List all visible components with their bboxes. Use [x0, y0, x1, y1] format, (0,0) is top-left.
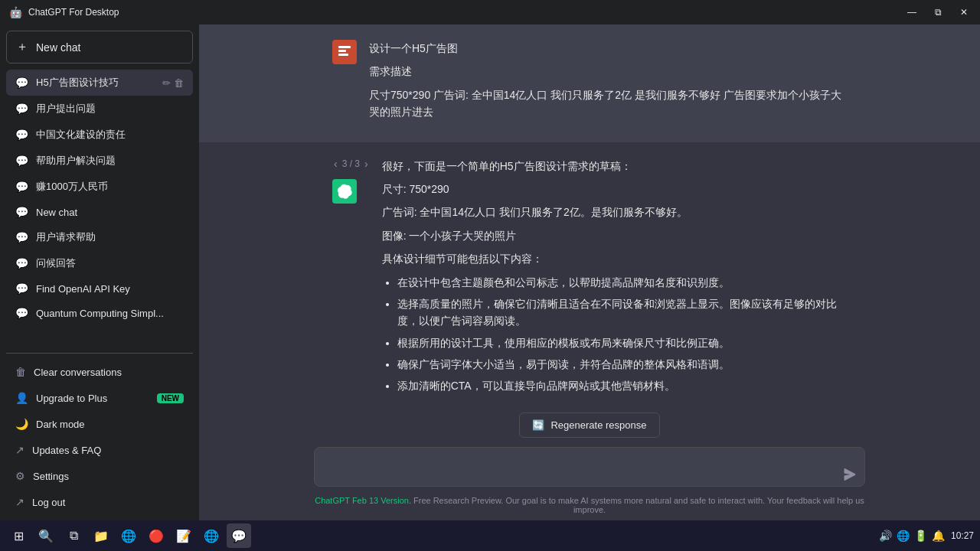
- send-icon: [844, 468, 856, 481]
- chat-icon: 💬: [15, 257, 28, 269]
- assistant-greeting: 很好，下面是一个简单的H5广告图设计需求的草稿：: [382, 158, 847, 174]
- close-button[interactable]: ✕: [957, 5, 971, 19]
- svg-rect-2: [338, 54, 348, 56]
- taskbar: ⊞ 🔍 ⧉ 📁 🌐 🔴 📝 🌐 💬 🔊 🌐 🔋 🔔 10:27: [0, 520, 980, 551]
- chat-icon: 💬: [15, 129, 28, 141]
- user-avatar: [332, 40, 357, 64]
- assistant-size: 尺寸: 750*290: [382, 181, 847, 197]
- sidebar-item-label: 用户提出问题: [36, 102, 184, 116]
- new-badge: NEW: [157, 393, 184, 403]
- new-chat-label: New chat: [36, 41, 80, 54]
- user-message-content: 设计一个H5广告图 需求描述 尺寸750*290 广告词: 全中国14亿人口 我…: [369, 40, 847, 127]
- footer-text: ChatGPT Feb 13 Version. Free Research Pr…: [314, 496, 865, 514]
- settings-label: Settings: [33, 471, 69, 482]
- chatgpt-version-link[interactable]: ChatGPT Feb 13 Version: [315, 496, 409, 505]
- chat-icon: 💬: [15, 231, 28, 243]
- search-button[interactable]: 🔍: [34, 523, 58, 548]
- plus-icon: ＋: [16, 39, 28, 55]
- delete-icon[interactable]: 🗑: [174, 77, 184, 89]
- minimize-button[interactable]: —: [904, 5, 920, 19]
- logout-button[interactable]: ↗ Log out: [6, 490, 193, 514]
- sidebar-item-openai-key[interactable]: 💬 Find OpenAI API Key: [6, 276, 193, 301]
- item-actions: ✏ 🗑: [162, 77, 184, 89]
- clear-conversations-button[interactable]: 🗑 Clear conversations: [6, 360, 193, 384]
- next-response-button[interactable]: ›: [363, 158, 370, 170]
- user-line-3: 尺寸750*290 广告词: 全中国14亿人口 我们只服务了2亿 是我们服务不够…: [369, 86, 847, 121]
- user-line-1: 设计一个H5广告图: [369, 40, 847, 57]
- sidebar-item-user-help[interactable]: 💬 用户请求帮助: [6, 224, 193, 250]
- bullet-2: 根据所用的设计工具，使用相应的模板或布局来确保尺寸和比例正确。: [397, 334, 847, 351]
- taskbar-tray: 🔊 🌐 🔋 🔔: [879, 530, 945, 542]
- user-line-2: 需求描述: [369, 63, 847, 80]
- edit-icon[interactable]: ✏: [162, 77, 171, 89]
- start-button[interactable]: ⊞: [6, 523, 31, 548]
- sidebar-item-quantum[interactable]: 💬 Quantum Computing Simpl...: [6, 301, 193, 325]
- maximize-button[interactable]: ⧉: [932, 5, 945, 19]
- sidebar-item-new-chat[interactable]: 💬 New chat: [6, 200, 193, 224]
- assistant-message: ‹ 3 / 3 › 很好，下面是一个简单的H5广告图设计需求的草稿： 尺寸: 7: [199, 142, 980, 400]
- sidebar-item-culture[interactable]: 💬 中国文化建设的责任: [6, 122, 193, 148]
- sidebar-item-help-users[interactable]: 💬 帮助用户解决问题: [6, 148, 193, 174]
- new-chat-button[interactable]: ＋ New chat: [6, 31, 193, 64]
- sidebar-item-label: Find OpenAI API Key: [36, 283, 184, 295]
- pagination-text: 3 / 3: [342, 158, 360, 169]
- send-button[interactable]: [844, 468, 856, 481]
- app2-button[interactable]: 📝: [172, 523, 196, 548]
- notification-icon[interactable]: 🔔: [932, 530, 945, 542]
- prev-response-button[interactable]: ‹: [332, 158, 339, 170]
- settings-button[interactable]: ⚙ Settings: [6, 464, 193, 488]
- chat-icon: 💬: [15, 206, 28, 218]
- moon-icon: 🌙: [15, 418, 28, 430]
- sidebar-bottom: 🗑 Clear conversations 👤 Upgrade to Plus …: [6, 353, 193, 514]
- pagination: ‹ 3 / 3 ›: [332, 158, 370, 170]
- titlebar-left: 🤖 ChatGPT For Desktop: [9, 6, 119, 18]
- regenerate-button[interactable]: 🔄 Regenerate response: [519, 412, 659, 438]
- upgrade-label: Upgrade to Plus: [36, 393, 107, 404]
- chat-icon: 💬: [15, 155, 28, 167]
- assistant-detail-label: 具体设计细节可能包括以下内容：: [382, 250, 847, 267]
- taskview-button[interactable]: ⧉: [61, 523, 86, 548]
- chat-icon: 💬: [15, 77, 28, 89]
- bullet-0: 在设计中包含主题颜色和公司标志，以帮助提高品牌知名度和识别度。: [397, 274, 847, 291]
- app-logo-icon: 🤖: [9, 6, 22, 18]
- logout-label: Log out: [32, 497, 65, 508]
- sidebar-item-earn[interactable]: 💬 赚1000万人民币: [6, 174, 193, 200]
- regenerate-label: Regenerate response: [550, 419, 646, 431]
- sidebar-item-label: 用户请求帮助: [36, 230, 184, 244]
- external-link-icon: ↗: [15, 444, 24, 456]
- app1-button[interactable]: 🔴: [144, 523, 168, 548]
- sidebar-item-faq[interactable]: 💬 问候回答: [6, 250, 193, 276]
- assistant-image: 图像: 一个小孩子大哭的照片: [382, 227, 847, 244]
- chat-icon: 💬: [15, 103, 28, 115]
- bullet-4: 添加清晰的CTA，可以直接导向品牌网站或其他营销材料。: [397, 377, 847, 394]
- window-controls[interactable]: — ⧉ ✕: [904, 5, 971, 19]
- system-time: 10:27: [951, 530, 974, 541]
- upgrade-plus-button[interactable]: 👤 Upgrade to Plus NEW: [6, 386, 193, 410]
- sidebar-chat-list: 💬 H5广告图设计技巧 ✏ 🗑 💬 用户提出问题 💬 中国文化建设的责任 💬 帮…: [6, 70, 193, 353]
- sidebar-item-h5[interactable]: 💬 H5广告图设计技巧 ✏ 🗑: [6, 70, 193, 96]
- sidebar-item-label: H5广告图设计技巧: [36, 76, 155, 90]
- sidebar-item-user-issues[interactable]: 💬 用户提出问题: [6, 96, 193, 122]
- assistant-left: ‹ 3 / 3 ›: [332, 158, 370, 400]
- dark-mode-label: Dark mode: [36, 419, 85, 430]
- battery-icon[interactable]: 🔋: [914, 530, 927, 542]
- regenerate-icon: 🔄: [532, 419, 544, 431]
- app3-button[interactable]: 🌐: [199, 523, 224, 548]
- trash-icon: 🗑: [15, 366, 26, 378]
- content-area: 设计一个H5广告图 需求描述 尺寸750*290 广告词: 全中国14亿人口 我…: [199, 24, 980, 520]
- chat-messages: 设计一个H5广告图 需求描述 尺寸750*290 广告词: 全中国14亿人口 我…: [199, 24, 980, 400]
- chat-icon: 💬: [15, 282, 28, 295]
- updates-faq-button[interactable]: ↗ Updates & FAQ: [6, 438, 193, 462]
- assistant-bullets: 在设计中包含主题颜色和公司标志，以帮助提高品牌知名度和识别度。 选择高质量的照片…: [382, 274, 847, 400]
- volume-icon[interactable]: 🔊: [879, 530, 892, 542]
- svg-rect-0: [338, 46, 351, 48]
- footer-description: . Free Research Preview. Our goal is to …: [409, 496, 864, 514]
- chat-input[interactable]: [314, 447, 865, 487]
- dark-mode-button[interactable]: 🌙 Dark mode: [6, 412, 193, 436]
- taskbar-right: 🔊 🌐 🔋 🔔 10:27: [879, 530, 974, 542]
- chatgpt-app-button[interactable]: 💬: [227, 523, 251, 548]
- gear-icon: ⚙: [15, 470, 25, 482]
- explorer-button[interactable]: 📁: [89, 523, 113, 548]
- network-icon[interactable]: 🌐: [897, 530, 910, 542]
- edge-button[interactable]: 🌐: [116, 523, 141, 548]
